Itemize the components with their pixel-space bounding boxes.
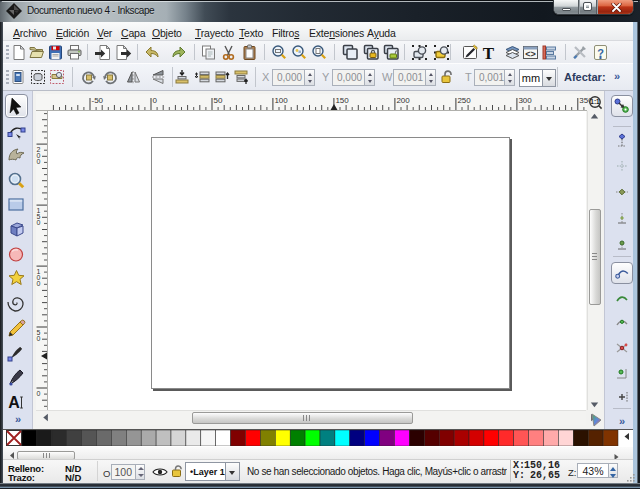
svg-text:250: 250 bbox=[457, 96, 471, 105]
svg-text:100: 100 bbox=[274, 96, 288, 105]
svg-text:T: T bbox=[482, 44, 494, 61]
svg-text:0: 0 bbox=[37, 335, 41, 342]
svg-text:0: 0 bbox=[37, 219, 41, 226]
svg-text:0: 0 bbox=[37, 390, 41, 397]
svg-text:A: A bbox=[8, 394, 20, 411]
svg-text:0: 0 bbox=[153, 96, 158, 105]
svg-text:300: 300 bbox=[518, 96, 532, 105]
svg-text:150: 150 bbox=[335, 96, 349, 105]
svg-text:0: 0 bbox=[37, 158, 41, 165]
svg-text:200: 200 bbox=[396, 96, 410, 105]
svg-text:<>: <> bbox=[525, 49, 536, 59]
svg-text:50: 50 bbox=[214, 96, 223, 105]
svg-text:1:1: 1:1 bbox=[590, 98, 600, 105]
svg-text:0: 0 bbox=[37, 280, 41, 287]
svg-text:-50: -50 bbox=[92, 96, 104, 105]
